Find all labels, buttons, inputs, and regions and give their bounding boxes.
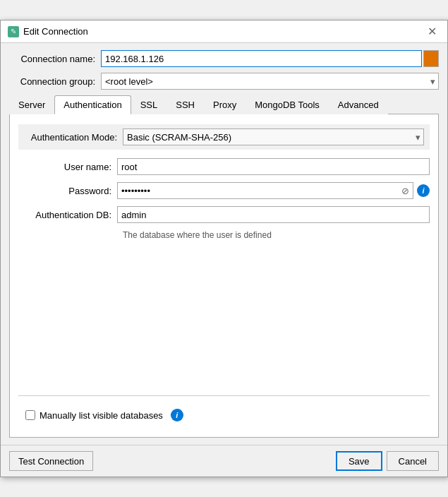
spacer bbox=[18, 247, 430, 388]
auth-mode-row: Authentication Mode: Basic (SCRAM-SHA-25… bbox=[18, 124, 430, 150]
test-connection-button[interactable]: Test Connection bbox=[9, 451, 93, 471]
edit-connection-window: ✎ Edit Connection ✕ Connection name: Con… bbox=[0, 20, 448, 477]
password-input[interactable] bbox=[118, 183, 397, 198]
tab-proxy[interactable]: Proxy bbox=[204, 95, 246, 114]
manually-list-info-icon[interactable]: i bbox=[171, 409, 183, 421]
manually-list-checkbox[interactable] bbox=[25, 410, 35, 420]
window-title: Edit Connection bbox=[23, 26, 88, 37]
save-button[interactable]: Save bbox=[336, 451, 382, 471]
connection-group-label: Connection group: bbox=[9, 76, 101, 87]
manually-list-label: Manually list visible databases bbox=[40, 410, 163, 421]
username-input[interactable] bbox=[117, 158, 430, 175]
authdb-row: Authentication DB: bbox=[18, 206, 430, 223]
password-info-icon[interactable]: i bbox=[417, 184, 430, 197]
auth-mode-select[interactable]: Basic (SCRAM-SHA-256) bbox=[123, 128, 424, 145]
manually-list-row: Manually list visible databases i bbox=[18, 403, 430, 427]
password-row: Password: ⊘ i bbox=[18, 182, 430, 199]
authdb-label: Authentication DB: bbox=[18, 210, 117, 220]
connection-name-input[interactable] bbox=[101, 50, 422, 67]
tab-ssl[interactable]: SSL bbox=[131, 95, 167, 114]
authdb-input[interactable] bbox=[117, 206, 430, 223]
connection-name-row: Connection name: bbox=[9, 50, 439, 67]
connection-name-label: Connection name: bbox=[9, 54, 101, 64]
window-icon: ✎ bbox=[8, 26, 19, 37]
color-picker-button[interactable] bbox=[423, 50, 439, 67]
password-wrapper: ⊘ bbox=[117, 182, 413, 199]
authdb-hint: The database where the user is defined bbox=[123, 230, 430, 240]
password-label: Password: bbox=[18, 186, 117, 196]
footer: Test Connection Save Cancel bbox=[1, 445, 447, 477]
username-label: User name: bbox=[18, 162, 117, 172]
auth-mode-select-wrapper: Basic (SCRAM-SHA-256) bbox=[123, 128, 424, 145]
tab-server[interactable]: Server bbox=[9, 95, 54, 114]
close-button[interactable]: ✕ bbox=[423, 23, 440, 40]
auth-mode-label: Authentication Mode: bbox=[24, 132, 123, 143]
connection-group-select[interactable]: <root level> bbox=[101, 73, 439, 90]
title-bar-left: ✎ Edit Connection bbox=[8, 26, 88, 37]
divider bbox=[18, 395, 430, 396]
toggle-password-icon[interactable]: ⊘ bbox=[397, 183, 413, 198]
footer-right: Save Cancel bbox=[336, 451, 439, 471]
tab-ssh[interactable]: SSH bbox=[167, 95, 204, 114]
username-row: User name: bbox=[18, 158, 430, 175]
tab-content-authentication: Authentication Mode: Basic (SCRAM-SHA-25… bbox=[9, 114, 439, 438]
tab-bar: Server Authentication SSL SSH Proxy Mong… bbox=[9, 95, 439, 114]
tab-advanced[interactable]: Advanced bbox=[329, 95, 388, 114]
connection-group-row: Connection group: <root level> bbox=[9, 73, 439, 90]
connection-group-select-wrapper: <root level> bbox=[101, 73, 439, 90]
title-bar: ✎ Edit Connection ✕ bbox=[1, 20, 447, 43]
tab-mongodb-tools[interactable]: MongoDB Tools bbox=[246, 95, 329, 114]
cancel-button[interactable]: Cancel bbox=[387, 451, 439, 471]
main-content: Connection name: Connection group: <root… bbox=[1, 43, 447, 445]
tab-authentication[interactable]: Authentication bbox=[54, 95, 131, 114]
